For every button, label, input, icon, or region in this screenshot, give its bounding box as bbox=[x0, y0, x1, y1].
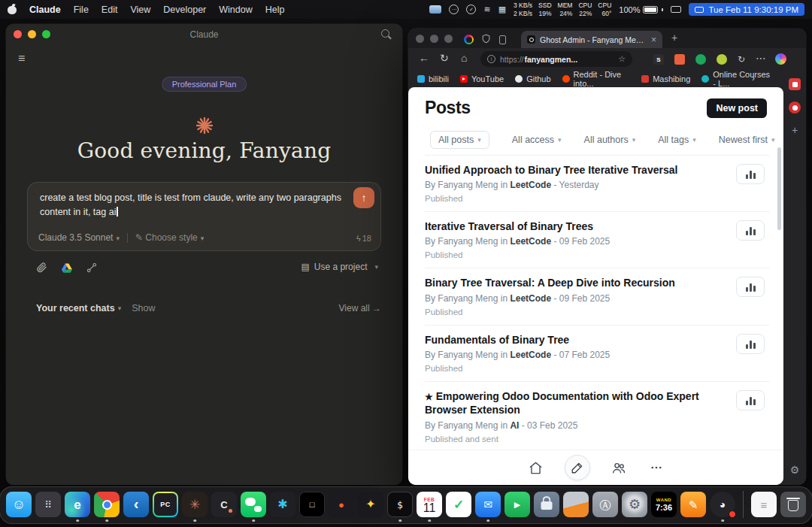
finder-dock-icon[interactable]: ☺ bbox=[6, 492, 32, 517]
menu-developer[interactable]: Developer bbox=[163, 5, 206, 15]
fan-control-icon[interactable]: ≋ bbox=[483, 5, 490, 14]
tasks-app-dock-icon[interactable]: ✓ bbox=[446, 492, 471, 517]
members-icon[interactable] bbox=[610, 459, 628, 477]
trash-dock-icon[interactable] bbox=[780, 492, 806, 517]
post-analytics-button[interactable] bbox=[736, 334, 765, 354]
browser-menu-icon[interactable]: ⋯ bbox=[756, 53, 766, 63]
lock-app-dock-icon[interactable] bbox=[534, 492, 559, 517]
a-badge-app-dock-icon[interactable]: Ⓐ bbox=[592, 492, 618, 517]
wechat-dock-icon[interactable] bbox=[241, 492, 266, 517]
terminal-dock-icon[interactable]: $ bbox=[387, 492, 413, 517]
yellow-app-dock-icon[interactable]: ✦ bbox=[358, 492, 383, 517]
claude-titlebar[interactable]: Claude bbox=[6, 24, 402, 44]
more-menu-icon[interactable]: ⋯ bbox=[449, 5, 459, 14]
send-button[interactable]: ↑ bbox=[353, 187, 374, 208]
sidebar-settings-gear-icon[interactable]: ⚙ bbox=[789, 464, 801, 476]
posts-edit-icon[interactable] bbox=[565, 455, 590, 480]
show-toggle[interactable]: Show bbox=[132, 303, 155, 313]
sync-icon[interactable]: ↻ bbox=[736, 54, 747, 65]
use-project-selector[interactable]: ▤ Use a project ▾ bbox=[301, 262, 378, 272]
post-row[interactable]: Binary Tree Traversal: A Deep Dive into … bbox=[425, 268, 769, 325]
filter-all-tags[interactable]: All tags▾ bbox=[658, 135, 696, 145]
system-stats[interactable]: 3 KB/s2 KB/s SSD19% MEM24% CPU22% CPU60° bbox=[514, 2, 611, 17]
system-settings-dock-icon[interactable]: ⚙ bbox=[622, 492, 647, 517]
search-icon[interactable] bbox=[381, 29, 392, 40]
apple-menu-icon[interactable] bbox=[8, 5, 17, 14]
model-selector[interactable]: Claude 3.5 Sonnet▾ bbox=[38, 232, 120, 243]
launchpad-dock-icon[interactable]: ⠿ bbox=[35, 492, 61, 517]
draw-app-dock-icon[interactable]: ✎ bbox=[680, 492, 706, 517]
dashboard-home-icon[interactable] bbox=[527, 459, 545, 477]
bookmark-github[interactable]: Github bbox=[515, 74, 550, 83]
address-bar[interactable]: i https:// fanyangmen... ☆ bbox=[480, 51, 632, 67]
browser-tab[interactable]: Ghost Admin - Fanyang Meng's × bbox=[521, 31, 662, 48]
pycharm-dock-icon[interactable]: PC bbox=[153, 492, 178, 517]
mail-dock-icon[interactable]: ✉ bbox=[475, 492, 501, 517]
input-source-icon[interactable] bbox=[671, 6, 681, 13]
media-player-dock-icon[interactable]: ▶ bbox=[504, 492, 530, 517]
bookmark-mashibing[interactable]: Mashibing bbox=[641, 74, 690, 83]
shield-check-icon[interactable]: ✓ bbox=[466, 5, 476, 14]
sidebar-app-circle-icon[interactable] bbox=[789, 101, 801, 114]
close-tab-icon[interactable]: × bbox=[651, 35, 656, 45]
post-analytics-button[interactable] bbox=[736, 220, 765, 241]
new-tab-button[interactable]: + bbox=[671, 32, 677, 44]
screenshot-tool-icon[interactable] bbox=[429, 5, 441, 14]
recent-chats-label[interactable]: Your recent chats bbox=[36, 303, 115, 313]
new-post-button[interactable]: New post bbox=[707, 98, 767, 118]
add-sidebar-app-icon[interactable]: + bbox=[789, 125, 801, 137]
view-all-link[interactable]: View all → bbox=[339, 303, 381, 313]
vscode-dock-icon[interactable]: ‹ bbox=[123, 492, 149, 517]
tab-strip[interactable]: Ghost Admin - Fanyang Meng's × + bbox=[408, 29, 806, 48]
filter-all-access[interactable]: All access▾ bbox=[512, 135, 562, 145]
menu-help[interactable]: Help bbox=[265, 5, 285, 15]
stocks-widget-dock-icon[interactable]: WAND7:36 bbox=[651, 492, 677, 517]
chrome-dock-icon[interactable] bbox=[94, 492, 120, 517]
colorful-app-dock-icon[interactable]: ✱ bbox=[270, 492, 295, 517]
browser-profile-avatar[interactable] bbox=[775, 53, 786, 65]
edge-dock-icon[interactable]: e bbox=[65, 492, 90, 517]
sidebar-app-red-icon[interactable] bbox=[789, 78, 801, 90]
menu-window[interactable]: Window bbox=[219, 5, 252, 15]
claude-dock-icon[interactable]: ✳ bbox=[182, 492, 208, 517]
notes-dock-icon[interactable]: ≡ bbox=[751, 492, 777, 517]
minimize-window-button[interactable] bbox=[430, 35, 438, 43]
gray-orange-app-dock-icon[interactable] bbox=[563, 492, 589, 517]
extension-lime-icon[interactable] bbox=[717, 54, 727, 65]
profile-avatar-icon[interactable] bbox=[464, 34, 474, 47]
attach-file-icon[interactable] bbox=[36, 262, 47, 276]
drive-connector-icon[interactable] bbox=[62, 262, 72, 276]
bookmark-reddit[interactable]: Reddit - Dive into... bbox=[562, 70, 631, 88]
extension-orange-icon[interactable] bbox=[674, 54, 685, 65]
black-app-dock-icon[interactable]: □ bbox=[299, 492, 325, 517]
post-analytics-button[interactable] bbox=[736, 277, 765, 297]
sidebar-menu-icon[interactable]: ≡ bbox=[18, 53, 25, 65]
post-analytics-button[interactable] bbox=[736, 164, 765, 184]
home-button[interactable]: ⌂ bbox=[461, 53, 467, 63]
dark-app-dock-icon[interactable]: C bbox=[211, 492, 237, 517]
message-composer[interactable]: create a test blog post, title is test f… bbox=[27, 182, 381, 251]
bookmark-online-courses[interactable]: Online Courses - L... bbox=[701, 70, 774, 88]
grid-menu-icon[interactable]: ▦ bbox=[498, 5, 506, 14]
post-row[interactable]: Iterative Traversal of Binary Trees By F… bbox=[425, 212, 769, 268]
site-info-icon[interactable]: i bbox=[487, 55, 495, 63]
reload-button[interactable]: ↻ bbox=[440, 53, 449, 63]
bookmark-youtube[interactable]: YouTube bbox=[460, 74, 504, 83]
menu-view[interactable]: View bbox=[130, 5, 150, 15]
zoom-window-button[interactable] bbox=[444, 35, 453, 43]
battery-indicator[interactable]: 100% bbox=[619, 5, 663, 14]
post-row[interactable]: Fundamentals of Binary Tree By Fanyang M… bbox=[425, 326, 769, 382]
post-row[interactable]: ★Empowering Odoo Documentation with Odoo… bbox=[425, 382, 769, 453]
shield-icon[interactable] bbox=[482, 33, 490, 47]
post-analytics-button[interactable] bbox=[736, 390, 765, 410]
menu-bar-clock[interactable]: Tue Feb 11 9:30:19 PM bbox=[689, 3, 804, 16]
extension-green-icon[interactable] bbox=[695, 54, 706, 65]
bookmark-star-icon[interactable]: ☆ bbox=[618, 54, 626, 64]
message-input[interactable]: create a test blog post, title is test f… bbox=[40, 191, 363, 220]
connect-apps-icon[interactable] bbox=[86, 262, 97, 276]
bookmarks-overflow-icon[interactable]: › bbox=[752, 73, 755, 83]
close-window-button[interactable] bbox=[416, 35, 424, 43]
back-button[interactable]: ← bbox=[419, 53, 429, 63]
filter-sort-order[interactable]: Newest first▾ bbox=[719, 135, 775, 145]
bookmark-bilibili[interactable]: bilibili bbox=[417, 74, 449, 83]
